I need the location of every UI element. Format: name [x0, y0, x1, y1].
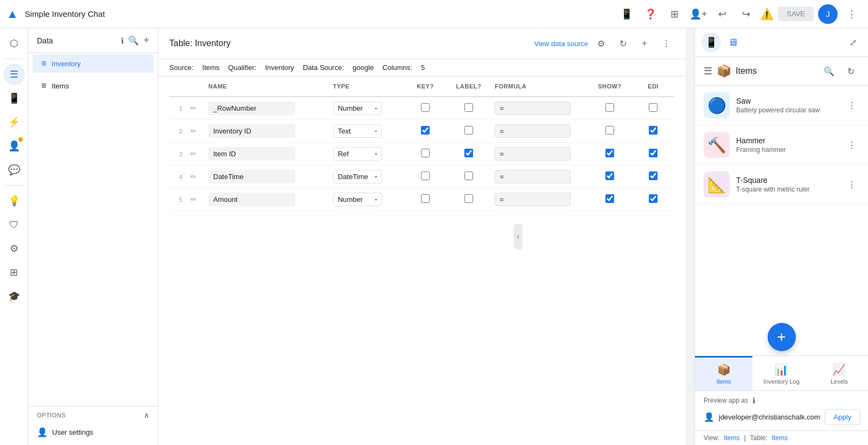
more-menu-btn[interactable]: ⋮ [842, 4, 861, 24]
nav-settings-btn[interactable]: ⚙ [3, 238, 25, 259]
sidebar-item-items[interactable]: ≡ Items + ⋮ [33, 75, 154, 97]
field-type-select[interactable]: NumberTextRefDateTimeDateTimeDecimalBool… [333, 101, 382, 115]
avatar[interactable]: J [818, 4, 838, 24]
add-user-icon-btn[interactable]: 👤+ [688, 4, 708, 24]
edit-checkbox[interactable] [649, 103, 658, 112]
show-checkbox[interactable] [605, 103, 614, 112]
row-number: 2 [169, 120, 187, 143]
show-checkbox[interactable] [605, 194, 614, 203]
add-item-fab[interactable]: + [768, 323, 796, 351]
list-item[interactable]: 🔵SawBattery powered circular saw⋮ [695, 86, 868, 125]
sidebar-item-inventory[interactable]: ≡ Inventory [33, 54, 154, 73]
undo-icon-btn[interactable]: ↩ [712, 4, 732, 24]
sidebar-info-icon[interactable]: ℹ [121, 36, 124, 45]
tab-levels[interactable]: 📈Levels [810, 356, 868, 390]
edit-checkbox[interactable] [649, 194, 658, 203]
label-checkbox[interactable] [464, 149, 473, 157]
label-checkbox[interactable] [464, 103, 473, 112]
row-edit-btn[interactable]: ✏ [187, 170, 200, 183]
nav-automation-btn[interactable]: ⚡ [3, 111, 25, 133]
bottom-table-link[interactable]: Items [772, 434, 788, 442]
bottom-table-label: Table: [750, 434, 768, 442]
label-checkbox[interactable] [464, 171, 473, 180]
sidebar-items-more-btn[interactable]: ⋮ [132, 79, 145, 92]
sidebar-add-btn[interactable]: + [143, 35, 149, 46]
tab-inventory-log[interactable]: 📊Inventory Log [752, 356, 810, 390]
preview-icon-btn[interactable]: 📱 [617, 4, 636, 24]
row-edit-btn[interactable]: ✏ [187, 102, 200, 115]
field-name-input[interactable] [208, 147, 295, 161]
field-type-select[interactable]: NumberTextRefDateTimeDateTimeDecimalBool… [333, 124, 382, 138]
row-edit-btn[interactable]: ✏ [187, 193, 200, 206]
view-data-source-btn[interactable]: View data source [534, 40, 589, 48]
field-name-input[interactable] [208, 193, 295, 206]
nav-integrations-btn[interactable]: ⊞ [3, 262, 25, 283]
grid-icon-btn[interactable]: ⊞ [665, 4, 684, 24]
field-type-select[interactable]: NumberTextRefDateTimeDateTimeDecimalBool… [333, 147, 382, 161]
tab-items[interactable]: 📦Items [695, 356, 752, 390]
show-checkbox[interactable] [605, 171, 614, 180]
label-checkbox[interactable] [464, 194, 473, 203]
field-name-input[interactable] [208, 124, 295, 138]
collapse-handle[interactable]: ‹ [514, 224, 522, 250]
formula-input[interactable] [495, 101, 571, 115]
sidebar-items-add-btn[interactable]: + [117, 79, 130, 92]
list-item[interactable]: 🔨HammerFraming hammer⋮ [695, 125, 868, 165]
save-button[interactable]: SAVE [778, 7, 814, 21]
table-settings-btn[interactable]: ⚙ [592, 35, 610, 52]
key-checkbox[interactable] [421, 194, 430, 203]
item-more-btn[interactable]: ⋮ [844, 98, 859, 113]
field-name-input[interactable] [208, 101, 295, 115]
preview-info-icon[interactable]: ℹ [752, 396, 755, 405]
row-edit-btn[interactable]: ✏ [187, 148, 200, 161]
list-item[interactable]: 📐T-SquareT-square with metric ruler⋮ [695, 165, 868, 205]
key-checkbox[interactable] [421, 103, 430, 112]
item-more-btn[interactable]: ⋮ [844, 177, 859, 192]
nav-users-btn[interactable]: 👤 [3, 135, 25, 157]
table-more-btn[interactable]: ⋮ [658, 35, 675, 52]
row-number: 1 [169, 97, 187, 120]
items-icon: ≡ [41, 81, 46, 91]
rp-expand-btn[interactable]: ⤢ [844, 34, 861, 51]
panel-search-btn[interactable]: 🔍 [820, 62, 838, 80]
rp-mobile-view-btn[interactable]: 📱 [701, 33, 721, 52]
label-checkbox[interactable] [464, 126, 473, 135]
nav-security-btn[interactable]: 🛡 [3, 214, 25, 236]
panel-refresh-btn[interactable]: ↻ [842, 62, 859, 80]
item-icon: 🔨 [704, 132, 730, 158]
nav-ideas-btn[interactable]: 💡 [3, 190, 25, 212]
refresh-btn[interactable]: ↻ [614, 35, 631, 52]
item-more-btn[interactable]: ⋮ [844, 137, 859, 152]
apply-button[interactable]: Apply [825, 409, 861, 425]
key-checkbox[interactable] [421, 149, 430, 157]
bottom-view-link[interactable]: Items [724, 434, 739, 442]
add-column-btn[interactable]: + [636, 35, 653, 52]
edit-checkbox[interactable] [649, 149, 658, 157]
sidebar-options-header[interactable]: oPTIONS ∧ [37, 411, 149, 419]
field-type-select[interactable]: NumberTextRefDateTimeDateTimeDecimalBool… [333, 193, 382, 206]
nav-data-btn[interactable]: ☰ [3, 63, 25, 85]
formula-input[interactable] [495, 124, 571, 138]
rp-desktop-view-btn[interactable]: 🖥 [723, 33, 743, 52]
field-name-input[interactable] [208, 170, 295, 183]
row-edit-btn[interactable]: ✏ [187, 125, 200, 138]
nav-docs-btn[interactable]: 🎓 [3, 285, 25, 307]
key-checkbox[interactable] [421, 171, 430, 180]
key-checkbox[interactable] [421, 126, 430, 135]
edit-checkbox[interactable] [649, 126, 658, 135]
edit-checkbox[interactable] [649, 171, 658, 180]
formula-input[interactable] [495, 147, 571, 161]
formula-input[interactable] [495, 193, 571, 206]
nav-chat-btn[interactable]: 💬 [3, 159, 25, 181]
formula-input[interactable] [495, 170, 571, 183]
sidebar-search-btn[interactable]: 🔍 [128, 35, 139, 46]
show-checkbox[interactable] [605, 126, 614, 135]
nav-connections-btn[interactable]: ⬡ [3, 33, 25, 54]
redo-icon-btn[interactable]: ↪ [736, 4, 756, 24]
help-icon-btn[interactable]: ❓ [641, 4, 660, 24]
sidebar-options-user-settings[interactable]: 👤 User settings [37, 424, 149, 441]
nav-mobile-btn[interactable]: 📱 [3, 87, 25, 109]
panel-menu-icon[interactable]: ☰ [704, 65, 712, 77]
show-checkbox[interactable] [605, 149, 614, 157]
field-type-select[interactable]: NumberTextRefDateTimeDateTimeDecimalBool… [333, 170, 382, 183]
